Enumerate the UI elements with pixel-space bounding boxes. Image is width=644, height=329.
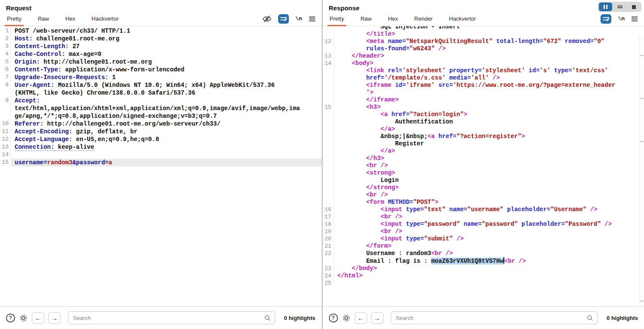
code-line[interactable]: 19 <br /> bbox=[323, 228, 644, 235]
line-number: 7 bbox=[0, 74, 11, 81]
settings-icon[interactable] bbox=[19, 314, 28, 323]
code-line[interactable]: Login bbox=[323, 177, 644, 184]
scrollbar[interactable] bbox=[639, 36, 644, 306]
code-line[interactable]: <strong> bbox=[323, 169, 644, 177]
tab-pretty[interactable]: Pretty bbox=[6, 12, 22, 26]
search-input[interactable] bbox=[395, 314, 587, 322]
search-icon[interactable] bbox=[264, 314, 271, 321]
line-number bbox=[323, 155, 334, 162]
code-line[interactable]: 21 </form> bbox=[323, 243, 644, 250]
code-line[interactable]: <hr /> bbox=[323, 162, 644, 169]
code-line[interactable]: 7Upgrade-Insecure-Requests: 1 bbox=[0, 74, 322, 81]
tab-raw[interactable]: Raw bbox=[359, 12, 372, 26]
word-wrap-icon[interactable] bbox=[278, 14, 289, 24]
eye-off-icon[interactable] bbox=[262, 15, 272, 23]
code-line[interactable]: Email : flag is : moaZ63rVXUh1Q8tVS7Hw<b… bbox=[323, 257, 644, 265]
code-line[interactable]: (KHTML, like Gecko) Chrome/138.0.0.0 Saf… bbox=[0, 89, 322, 97]
code-line[interactable]: 25 bbox=[323, 280, 644, 287]
code-line[interactable]: </strong> bbox=[323, 184, 644, 191]
code-line[interactable]: 17 <br /> bbox=[323, 213, 644, 221]
code-line[interactable]: 10Referer: http://challenge01.root-me.or… bbox=[0, 120, 322, 128]
code-line[interactable]: 14 <body> bbox=[323, 60, 644, 67]
code-token: <br /> bbox=[380, 213, 402, 220]
code-token: <br /> bbox=[380, 228, 402, 235]
code-line[interactable]: '> bbox=[323, 89, 644, 96]
code-line[interactable]: ge/apng,*/*;q=0.8,application/signed-exc… bbox=[0, 112, 322, 120]
help-icon[interactable]: ? bbox=[329, 314, 338, 323]
menu-icon[interactable] bbox=[309, 16, 316, 22]
code-line[interactable]: <br /> bbox=[323, 191, 644, 199]
tab-hackvertor[interactable]: Hackvertor bbox=[91, 12, 120, 26]
code-line[interactable]: 13Connection: keep-alive bbox=[0, 143, 322, 151]
code-line[interactable]: href='/template/s.css' media='all' /> bbox=[323, 74, 644, 82]
code-line[interactable]: 8User-Agent: Mozilla/5.0 (Windows NT 10.… bbox=[0, 81, 322, 89]
pause-icon[interactable] bbox=[599, 3, 612, 11]
newline-icon[interactable]: \n bbox=[295, 15, 302, 22]
line-number bbox=[323, 74, 334, 82]
forward-icon[interactable]: → bbox=[371, 312, 383, 324]
code-line[interactable]: </iframe> bbox=[323, 96, 644, 104]
code-line[interactable]: 5Origin: http://challenge01.root-me.org bbox=[0, 58, 322, 66]
code-line[interactable]: </a> bbox=[323, 148, 644, 155]
code-text: Host: challenge01.root-me.org bbox=[11, 35, 322, 43]
code-line[interactable]: 11Accept-Encoding: gzip, deflate, br bbox=[0, 128, 322, 135]
code-line[interactable]: 12 <meta name="NetsparkQuiltingResult" t… bbox=[323, 38, 644, 45]
code-line[interactable]: 22 Username : random3<br /> bbox=[323, 250, 644, 257]
tab-hackvertor[interactable]: Hackvertor bbox=[448, 12, 477, 26]
code-line[interactable]: </a> bbox=[323, 126, 644, 133]
code-line[interactable]: 20 <input type="submit" /> bbox=[323, 235, 644, 243]
code-line[interactable]: 16 <input type="text" name="username" pl… bbox=[323, 206, 644, 213]
code-line[interactable]: </h3> bbox=[323, 155, 644, 162]
code-line[interactable]: 2Host: challenge01.root-me.org bbox=[0, 35, 322, 43]
code-line[interactable]: Authentification bbox=[323, 118, 644, 126]
code-line[interactable]: SQL Injection - Insert bbox=[323, 26, 644, 31]
tab-render[interactable]: Render bbox=[414, 12, 434, 26]
stop-icon[interactable] bbox=[627, 3, 641, 11]
tab-pretty[interactable]: Pretty bbox=[329, 12, 345, 26]
tab-hex[interactable]: Hex bbox=[387, 12, 399, 26]
code-line[interactable]: </title> bbox=[323, 31, 644, 38]
line-number: 15 bbox=[323, 104, 334, 111]
code-text: Email : flag is : moaZ63rVXUh1Q8tVS7Hw<b… bbox=[334, 257, 644, 265]
code-line[interactable]: 14 bbox=[0, 151, 322, 159]
newline-icon[interactable]: \n bbox=[618, 15, 625, 22]
help-icon[interactable]: ? bbox=[6, 314, 15, 323]
code-line[interactable]: 13 </header> bbox=[323, 52, 644, 60]
word-wrap-icon[interactable] bbox=[601, 14, 611, 24]
menu-icon[interactable] bbox=[631, 16, 638, 22]
code-line[interactable]: 24</html> bbox=[323, 272, 644, 280]
code-line[interactable]: 18 <input type="password" name="password… bbox=[323, 221, 644, 228]
tab-hex[interactable]: Hex bbox=[64, 12, 76, 26]
search-input[interactable] bbox=[72, 314, 264, 322]
code-line[interactable]: <a href="?action=login"> bbox=[323, 111, 644, 118]
settings-icon[interactable] bbox=[342, 314, 351, 323]
code-line[interactable]: <link rel='stylesheet' property='stylesh… bbox=[323, 67, 644, 74]
code-text: rules-found="w6243" /> bbox=[334, 45, 644, 52]
code-line[interactable]: text/html,application/xhtml+xml,applicat… bbox=[0, 105, 322, 112]
code-text: Referer: http://challenge01.root-me.org/… bbox=[11, 120, 322, 128]
back-icon[interactable]: ← bbox=[355, 312, 367, 324]
code-line[interactable]: 12Accept-Language: en-US,en;q=0.9,he;q=0… bbox=[0, 135, 322, 143]
response-footer: ? ← → 0 highlights bbox=[323, 306, 644, 329]
code-line[interactable]: 6Content-Type: application/x-www-form-ur… bbox=[0, 66, 322, 74]
code-line[interactable]: 1POST /web-serveur/ch33/ HTTP/1.1 bbox=[0, 27, 322, 35]
code-line[interactable]: &nbsp;|&nbsp;<a href="?action=register"> bbox=[323, 133, 644, 140]
code-line[interactable]: 23 </body> bbox=[323, 265, 644, 272]
code-line[interactable]: <form METHOD="POST"> bbox=[323, 199, 644, 206]
code-line[interactable]: <iframe id='iframe' src='https://www.roo… bbox=[323, 82, 644, 89]
response-viewer[interactable]: SQL Injection - Insert </title>12 <meta … bbox=[323, 26, 644, 306]
code-line[interactable]: 15username=random3&password=a bbox=[0, 159, 322, 166]
code-line[interactable]: 9Accept: bbox=[0, 97, 322, 105]
forward-icon[interactable]: → bbox=[48, 312, 61, 324]
request-editor[interactable]: 1POST /web-serveur/ch33/ HTTP/1.12Host: … bbox=[0, 26, 322, 306]
back-icon[interactable]: ← bbox=[32, 312, 44, 324]
code-line[interactable]: 3Content-Length: 27 bbox=[0, 43, 322, 50]
line-number bbox=[0, 105, 11, 112]
code-line[interactable]: 15 <h3> bbox=[323, 104, 644, 111]
code-line[interactable]: 4Cache-Control: max-age=0 bbox=[0, 50, 322, 58]
code-line[interactable]: Register bbox=[323, 140, 644, 148]
code-line[interactable]: rules-found="w6243" /> bbox=[323, 45, 644, 52]
search-icon[interactable] bbox=[586, 314, 593, 321]
menu-lines-icon[interactable] bbox=[613, 3, 626, 11]
tab-raw[interactable]: Raw bbox=[37, 12, 50, 26]
